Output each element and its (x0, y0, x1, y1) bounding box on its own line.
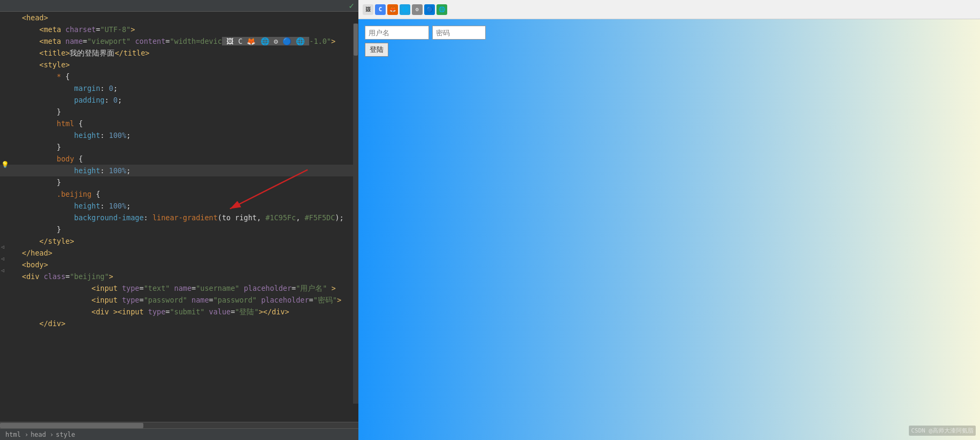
code-line: <meta name="viewport" content="width=dev… (0, 35, 358, 47)
breadcrumb-item-html[interactable]: html (5, 431, 21, 438)
code-editor-area[interactable]: <head> <meta charset="UTF-8"> <meta name… (0, 12, 358, 422)
line-content: } (19, 176, 358, 188)
code-line-highlighted: 💡 height: 100%; (0, 165, 358, 176)
code-line: } (0, 176, 358, 188)
line-content: } (19, 141, 358, 153)
code-line: <meta charset="UTF-8"> (0, 24, 358, 35)
preview-panel: 🖼 C 🦊 🌐 ⚙ 🔵 🌐 CSDN @高师大漆阿氨 (358, 0, 980, 440)
breadcrumb-item-head[interactable]: head (30, 431, 46, 438)
code-line: <div ><input type="submit" value="登陆"></… (0, 306, 358, 318)
username-input[interactable] (365, 26, 429, 40)
code-line: } (0, 106, 358, 118)
csdn-watermark: CSDN @高师大漆阿氨脂 (909, 426, 976, 436)
line-content: <title>我的登陆界面</title> (19, 47, 358, 59)
line-content: <body> (19, 259, 358, 271)
fold-icon: ◁ (1, 265, 4, 276)
breadcrumb-sep: › (25, 431, 28, 438)
breadcrumb-sep: › (50, 431, 53, 438)
password-input[interactable] (432, 26, 486, 40)
main-container: ✓ <head> <meta charset="UTF-8"> (0, 0, 980, 440)
login-form-area (365, 26, 974, 57)
h-scrollbar-thumb[interactable] (0, 423, 143, 428)
browser-icons: 🖼 C 🦊 🌐 ⚙ 🔵 🌐 (363, 4, 447, 15)
line-content: <div ><input type="submit" value="登陆"></… (19, 306, 358, 318)
line-content: margin: 0; (19, 82, 358, 94)
code-line: } (0, 223, 358, 235)
line-content: <style> (19, 59, 358, 71)
line-content: background-image: linear-gradient(to rig… (19, 212, 358, 223)
code-line: } (0, 141, 358, 153)
code-line: height: 100%; (0, 129, 358, 141)
browser-icon-chrome: C (375, 4, 386, 15)
code-line: margin: 0; (0, 82, 358, 94)
submit-button[interactable] (365, 43, 388, 57)
code-line: <input type="password" name="password" p… (0, 294, 358, 306)
line-content: height: 100%; (19, 200, 358, 212)
line-content: <div class="beijing"> (19, 271, 358, 282)
code-line: ◁ <div class="beijing"> (0, 271, 358, 282)
vertical-scrollbar[interactable] (353, 24, 358, 404)
code-line-gradient: background-image: linear-gradient(to rig… (0, 212, 358, 223)
fold-icon: ◁ (1, 241, 4, 253)
line-content: <meta name="viewport" content="width=dev… (19, 35, 358, 47)
line-content: body { (19, 153, 358, 165)
code-line: ◁ </head> (0, 247, 358, 259)
horizontal-scrollbar[interactable] (0, 422, 358, 428)
code-line: <title>我的登陆界面</title> (0, 47, 358, 59)
line-content: </head> (19, 247, 358, 259)
submit-row (365, 43, 388, 57)
code-line: * { (0, 71, 358, 82)
browser-icon-globe: 🌐 (437, 4, 447, 15)
form-input-row (365, 26, 486, 40)
fold-icon: ◁ (1, 253, 4, 265)
code-panel: ✓ <head> <meta charset="UTF-8"> (0, 0, 358, 440)
breadcrumb-item-style[interactable]: style (56, 431, 75, 438)
code-line: padding: 0; (0, 94, 358, 106)
line-content: <input type="text" name="username" place… (19, 282, 358, 294)
line-content: height: 100%; (19, 165, 358, 176)
line-content: <input type="password" name="password" p… (19, 294, 358, 306)
line-content: height: 100%; (19, 129, 358, 141)
line-content: <meta charset="UTF-8"> (19, 24, 358, 35)
code-line: </style> (0, 235, 358, 247)
line-content: } (19, 106, 358, 118)
code-line: <input type="text" name="username" place… (0, 282, 358, 294)
browser-icon-gear: ⚙ (412, 4, 423, 15)
code-line: height: 100%; (0, 200, 358, 212)
line-content: * { (19, 71, 358, 82)
code-lines: <head> <meta charset="UTF-8"> <meta name… (0, 12, 358, 329)
code-line: body { (0, 153, 358, 165)
code-line: </div> (0, 318, 358, 329)
code-line: .beijing { (0, 188, 358, 200)
line-content: padding: 0; (19, 94, 358, 106)
code-line: ◁ <body> (0, 259, 358, 271)
check-icon: ✓ (349, 1, 354, 11)
editor-top-bar: ✓ (0, 0, 358, 12)
code-line: <style> (0, 59, 358, 71)
line-content: html { (19, 118, 358, 129)
code-line: <head> (0, 12, 358, 24)
browser-icon-firefox: 🦊 (387, 4, 398, 15)
line-content: .beijing { (19, 188, 358, 200)
browser-icon-edge: 🔵 (424, 4, 435, 15)
bulb-icon: 💡 (1, 159, 9, 171)
browser-icon-img: 🖼 (363, 4, 373, 15)
breadcrumb-bar: html › head › style (0, 428, 358, 440)
line-content: <head> (19, 12, 358, 24)
preview-content (358, 19, 980, 440)
line-content: } (19, 223, 358, 235)
code-line: html { (0, 118, 358, 129)
line-content: </style> (19, 235, 358, 247)
scrollbar-thumb[interactable] (354, 24, 358, 56)
line-content: </div> (19, 318, 358, 329)
browser-icon-ie: 🌐 (400, 4, 410, 15)
browser-toolbar: 🖼 C 🦊 🌐 ⚙ 🔵 🌐 (358, 0, 980, 19)
